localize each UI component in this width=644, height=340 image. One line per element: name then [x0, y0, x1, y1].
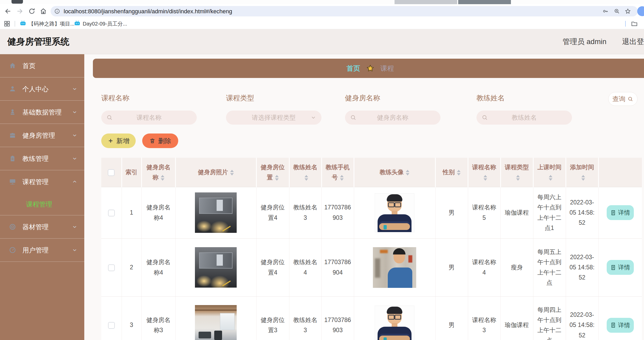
- detail-button[interactable]: 详情: [607, 205, 634, 220]
- column-label: 教练姓名: [293, 164, 317, 171]
- col-course-type[interactable]: 课程类型: [500, 158, 533, 187]
- sidebar-item-home[interactable]: 首页: [0, 54, 84, 77]
- detail-button[interactable]: 详情: [607, 318, 634, 333]
- divider: [15, 21, 15, 27]
- sidebar-item-user[interactable]: 用户管理: [0, 239, 84, 262]
- select-placeholder: 请选择课程类型: [252, 113, 296, 122]
- col-coach-phone[interactable]: 教练手机号: [321, 158, 354, 187]
- sort-desc-icon[interactable]: [161, 178, 164, 181]
- url-text[interactable]: localhost:8080/jianshenfangguanli/admin/…: [64, 8, 232, 15]
- page-title: 健身房管理系统: [7, 36, 69, 48]
- sort-asc-icon[interactable]: [457, 170, 461, 172]
- forward-icon[interactable]: [16, 8, 23, 15]
- add-button[interactable]: 新增: [101, 133, 136, 148]
- row-checkbox[interactable]: [108, 322, 115, 329]
- row-checkbox[interactable]: [108, 210, 115, 216]
- password-key-icon[interactable]: [602, 8, 609, 14]
- sort-asc-icon[interactable]: [230, 170, 234, 172]
- sort-icons[interactable]: [340, 175, 344, 181]
- sidebar-subitem-course-manage[interactable]: 课程管理: [0, 193, 84, 215]
- sort-desc-icon[interactable]: [484, 178, 487, 181]
- sort-asc-icon[interactable]: [161, 175, 164, 177]
- sort-desc-icon[interactable]: [549, 178, 552, 181]
- chevron-down-icon: [72, 86, 77, 92]
- sidebar-item-coach[interactable]: 教练管理: [0, 147, 84, 170]
- col-add-time[interactable]: 添加时间: [566, 158, 598, 187]
- col-coach-avatar[interactable]: 教练头像: [354, 158, 435, 187]
- document-icon: [610, 210, 616, 216]
- sort-desc-icon[interactable]: [406, 173, 409, 175]
- url-bar[interactable]: localhost:8080/jianshenfangguanli/admin/…: [51, 6, 638, 16]
- sidebar-item-base-data[interactable]: 基础数据管理: [0, 101, 84, 124]
- browser-profile-avatar[interactable]: [637, 6, 644, 16]
- sort-asc-icon[interactable]: [484, 175, 487, 177]
- coach-name-input[interactable]: [476, 111, 572, 125]
- col-gym-name[interactable]: 健身房名称: [141, 158, 175, 187]
- col-course-name[interactable]: 课程名称: [468, 158, 500, 187]
- sort-desc-icon[interactable]: [581, 178, 585, 181]
- col-gym-photo[interactable]: 健身房照片: [175, 158, 256, 187]
- admin-user-label[interactable]: 管理员 admin: [563, 37, 606, 47]
- row-checkbox[interactable]: [108, 264, 115, 271]
- zoom-in-icon[interactable]: [614, 8, 620, 14]
- life-ring-icon: [9, 223, 16, 230]
- col-coach-name[interactable]: 教练姓名: [289, 158, 321, 187]
- delete-button[interactable]: 删除: [142, 133, 178, 148]
- browser-tab[interactable]: [11, 0, 23, 4]
- sort-icons[interactable]: [516, 175, 520, 181]
- photo-detail: [217, 200, 223, 211]
- sort-icons[interactable]: [581, 175, 585, 181]
- gym-name-input[interactable]: [345, 111, 440, 125]
- col-gym-location[interactable]: 健身房位置: [256, 158, 289, 187]
- search-button[interactable]: 查询: [608, 92, 637, 106]
- sort-desc-icon[interactable]: [457, 173, 461, 175]
- monitor-icon: [9, 178, 16, 185]
- bookmark-star-icon[interactable]: [625, 8, 631, 14]
- bookmark-item[interactable]: Day02-09-员工分...: [74, 20, 127, 27]
- bookmark-item[interactable]: 【码神之路】项目...: [20, 20, 75, 27]
- sort-icons[interactable]: [161, 175, 164, 181]
- cell-gym-location: 健身房位置3: [256, 296, 289, 340]
- sort-desc-icon[interactable]: [340, 178, 344, 181]
- breadcrumb-home-link[interactable]: 首页: [347, 64, 360, 73]
- sort-icons[interactable]: [406, 170, 409, 175]
- coach-avatar: [375, 306, 414, 340]
- course-type-select[interactable]: 请选择课程类型: [226, 111, 321, 125]
- sort-desc-icon[interactable]: [230, 173, 234, 175]
- sort-asc-icon[interactable]: [275, 175, 279, 177]
- home-nav-icon[interactable]: [40, 8, 47, 15]
- sort-asc-icon[interactable]: [581, 175, 585, 177]
- site-info-icon[interactable]: [54, 8, 60, 14]
- sort-asc-icon[interactable]: [549, 175, 552, 177]
- cell-index: 3: [122, 296, 141, 340]
- sidebar-item-course[interactable]: 课程管理: [0, 170, 84, 193]
- apps-grid-icon[interactable]: [4, 20, 10, 27]
- reload-icon[interactable]: [28, 8, 35, 15]
- sort-desc-icon[interactable]: [516, 178, 520, 181]
- sort-icons[interactable]: [549, 175, 552, 181]
- sort-desc-icon[interactable]: [305, 178, 308, 181]
- detail-button[interactable]: 详情: [607, 260, 634, 275]
- sidebar-item-equipment[interactable]: 器材管理: [0, 215, 84, 238]
- sidebar-item-gym[interactable]: 健身房管理: [0, 124, 84, 147]
- sort-icons[interactable]: [275, 175, 279, 181]
- sort-desc-icon[interactable]: [275, 178, 279, 181]
- sort-asc-icon[interactable]: [406, 170, 409, 172]
- back-icon[interactable]: [4, 8, 11, 15]
- sidebar-item-profile[interactable]: 个人中心: [0, 77, 84, 100]
- col-gender[interactable]: 性别: [435, 158, 468, 187]
- col-class-time[interactable]: 上课时间: [533, 158, 566, 187]
- sort-asc-icon[interactable]: [305, 175, 308, 177]
- sort-icons[interactable]: [457, 170, 461, 175]
- course-name-input[interactable]: [101, 111, 197, 125]
- sort-icons[interactable]: [230, 170, 234, 175]
- sort-asc-icon[interactable]: [340, 175, 344, 177]
- select-all-checkbox[interactable]: [108, 169, 115, 176]
- folder-icon[interactable]: [631, 20, 638, 27]
- logout-link[interactable]: 退出登录: [622, 37, 644, 47]
- sort-icons[interactable]: [305, 175, 308, 181]
- sort-icons[interactable]: [484, 175, 487, 181]
- bookmark-label: 【码神之路】项目...: [28, 20, 75, 27]
- sort-asc-icon[interactable]: [516, 175, 520, 177]
- cell-actions: 详情: [598, 238, 642, 296]
